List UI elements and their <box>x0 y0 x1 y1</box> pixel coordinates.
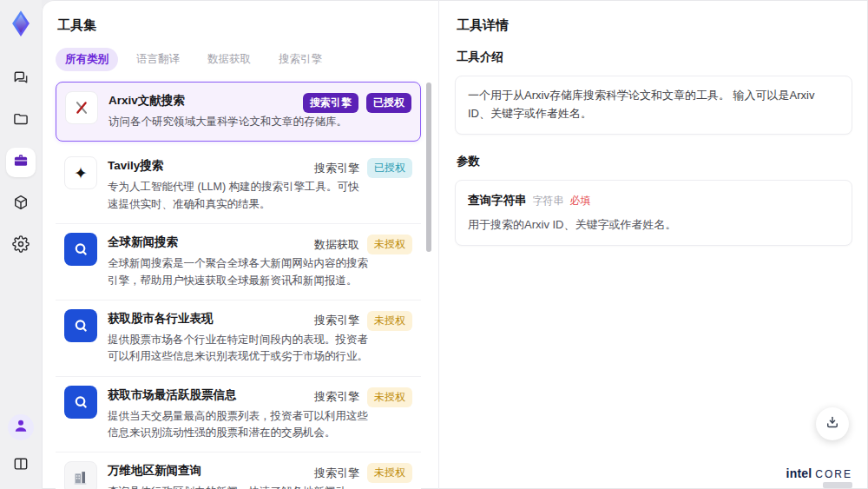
tool-item-stock-active[interactable]: 获取市场最活跃股票信息 提供当天交易量最高的股票列表，投资者可以利用这些信息来识… <box>56 377 421 453</box>
sidebar-item-models[interactable] <box>6 189 36 219</box>
status-badge: 已授权 <box>367 158 412 178</box>
intro-heading: 工具介绍 <box>457 50 852 65</box>
tool-list: Arxiv文献搜索 访问各个研究领域大量科学论文和文章的存储库。 搜索引擎 已授… <box>56 82 421 489</box>
regional-news-logo-icon <box>64 461 97 489</box>
tab-data-fetch[interactable]: 数据获取 <box>198 48 260 71</box>
category-label: 搜索引擎 <box>314 389 359 405</box>
tab-all-categories[interactable]: 所有类别 <box>56 48 118 71</box>
arxiv-logo-icon <box>65 91 98 124</box>
intel-logo-subtext-bar <box>823 482 852 488</box>
tool-item-stock-sector[interactable]: 获取股市各行业表现 提供股票市场各个行业在特定时间段内的表现。投资者可以利用这些… <box>56 301 421 377</box>
tool-description: 查询具体行政区划内的新闻，快速了解各地新闻动 <box>108 484 346 489</box>
folder-icon <box>12 110 30 131</box>
core-brand-text: CORE <box>815 468 852 480</box>
tool-description: 提供当天交易量最高的股票列表，投资者可以利用这些信息来识别流动性强的股票和潜在的… <box>108 408 370 442</box>
tool-item-regional-news[interactable]: 万维地区新闻查询 查询具体行政区划内的新闻，快速了解各地新闻动 搜索引擎 未授权 <box>56 453 421 489</box>
stock-sector-logo-icon <box>64 309 97 342</box>
panel-toggle-icon <box>12 455 30 476</box>
param-name: 查询字符串 <box>468 191 527 210</box>
page-title: 工具集 <box>57 17 421 34</box>
user-avatar-button[interactable] <box>8 414 34 440</box>
tool-description: 全球新闻搜索是一个聚合全球各大新闻网站内容的搜索引擎，帮助用户快速获取全球最新资… <box>108 255 370 289</box>
status-badge: 未授权 <box>367 387 412 407</box>
status-badge: 未授权 <box>367 235 412 254</box>
tool-list-panel: 工具集 所有类别 语言翻译 数据获取 搜索引擎 Arxiv文献搜索 访问各个研究… <box>42 0 438 489</box>
gear-icon <box>12 235 30 256</box>
params-heading: 参数 <box>457 154 852 169</box>
category-tabs: 所有类别 语言翻译 数据获取 搜索引擎 <box>56 48 421 71</box>
status-badge: 未授权 <box>367 463 412 483</box>
left-rail <box>0 0 42 489</box>
status-badge: 已授权 <box>366 93 411 113</box>
rail-nav <box>6 64 36 261</box>
tool-item-tavily[interactable]: ✦ Tavily搜索 专为人工智能代理 (LLM) 构建的搜索引擎工具。可快速提… <box>56 148 421 224</box>
category-label: 搜索引擎 <box>314 161 359 176</box>
tool-intro-box: 一个用于从Arxiv存储库搜索科学论文和文章的工具。 输入可以是Arxiv ID… <box>455 76 852 135</box>
tool-description: 提供股票市场各个行业在特定时间段内的表现。投资者可以利用这些信息来识别表现优于或… <box>108 332 370 366</box>
stock-active-logo-icon <box>64 386 97 419</box>
sidebar-item-tools[interactable] <box>6 148 36 177</box>
intel-brand-text: intel <box>786 466 812 480</box>
main-area: 工具集 所有类别 语言翻译 数据获取 搜索引擎 Arxiv文献搜索 访问各个研究… <box>42 0 868 489</box>
category-badge: 搜索引擎 <box>303 93 358 113</box>
download-icon <box>825 414 840 433</box>
tool-item-global-news[interactable]: 全球新闻搜索 全球新闻搜索是一个聚合全球各大新闻网站内容的搜索引擎，帮助用户快速… <box>56 224 421 301</box>
tool-description: 专为人工智能代理 (LLM) 构建的搜索引擎工具。可快速提供实时、准确和真实的结… <box>108 179 370 213</box>
intel-core-logo: intel CORE <box>786 466 852 480</box>
global-news-logo-icon <box>64 233 97 266</box>
tavily-logo-icon: ✦ <box>64 156 97 189</box>
chat-icon <box>12 69 30 89</box>
detail-title: 工具详情 <box>457 17 852 34</box>
category-label: 搜索引擎 <box>314 313 359 328</box>
tab-translation[interactable]: 语言翻译 <box>127 48 189 71</box>
list-scrollbar-thumb[interactable] <box>426 83 431 252</box>
param-required-flag: 必填 <box>570 193 591 209</box>
download-button[interactable] <box>816 407 849 440</box>
param-box: 查询字符串 字符串 必填 用于搜索的Arxiv ID、关键字或作者姓名。 <box>455 180 852 246</box>
param-description: 用于搜索的Arxiv ID、关键字或作者姓名。 <box>468 216 839 235</box>
collapse-panel-button[interactable] <box>6 451 36 480</box>
briefcase-icon <box>12 152 30 173</box>
tab-search-engine[interactable]: 搜索引擎 <box>269 48 332 71</box>
tool-title: 万维地区新闻查询 <box>108 463 346 479</box>
sidebar-item-settings[interactable] <box>6 231 36 261</box>
param-type: 字符串 <box>533 193 564 209</box>
tool-detail-panel: 工具详情 工具介绍 一个用于从Arxiv存储库搜索科学论文和文章的工具。 输入可… <box>438 0 868 489</box>
category-label: 搜索引擎 <box>314 466 359 481</box>
user-icon <box>12 417 30 438</box>
cube-icon <box>12 194 30 215</box>
app-gem-logo <box>6 9 36 38</box>
status-badge: 未授权 <box>367 311 412 331</box>
tool-item-arxiv[interactable]: Arxiv文献搜索 访问各个研究领域大量科学论文和文章的存储库。 搜索引擎 已授… <box>56 82 421 142</box>
sidebar-item-files[interactable] <box>6 106 36 135</box>
category-label: 数据获取 <box>314 237 359 253</box>
tool-description: 访问各个研究领域大量科学论文和文章的存储库。 <box>108 114 347 130</box>
sidebar-item-chat[interactable] <box>6 64 36 94</box>
